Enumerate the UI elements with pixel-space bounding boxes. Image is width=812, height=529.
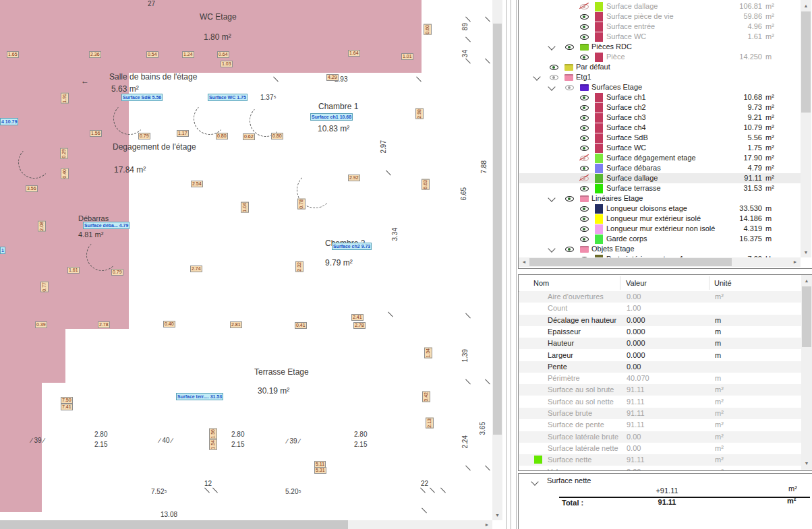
tree-row[interactable]: Surface dallage91.11m²	[519, 173, 801, 183]
column-divider[interactable]	[620, 276, 620, 290]
panel-splitter[interactable]	[516, 0, 517, 529]
property-value[interactable]: 0.00	[627, 443, 641, 454]
tree-row[interactable]: Longueur mur extérieur isolé14.186m	[519, 214, 801, 224]
scroll-down-icon[interactable]: ▼	[492, 510, 502, 520]
tree-row[interactable]: Surface ch110.68m²	[519, 92, 801, 102]
property-value[interactable]: 0.000	[627, 338, 645, 349]
visibility-eye-icon[interactable]	[580, 224, 589, 234]
scroll-right-icon[interactable]: ►	[482, 520, 492, 529]
property-value[interactable]: 91.11	[627, 419, 645, 431]
property-value[interactable]: 91.11	[627, 384, 645, 396]
tree-row[interactable]: Linéaires Etage	[519, 193, 801, 204]
tree-row[interactable]: Par défaut	[519, 62, 801, 72]
tree-row[interactable]: Surface WC1.75m²	[519, 143, 801, 153]
property-row[interactable]: Volume0.00m³	[519, 466, 801, 471]
property-row[interactable]: Surface de pente91.11m²	[519, 419, 801, 431]
visibility-eye-icon[interactable]	[580, 214, 589, 224]
property-row[interactable]: Epaisseur0.000m	[519, 326, 801, 338]
tree-row[interactable]: Surface dallage106.81m²	[519, 1, 801, 11]
tree-row[interactable]: Surfaces Etage	[519, 82, 801, 92]
scroll-down-icon[interactable]: ▼	[801, 459, 812, 468]
property-value[interactable]: 0.000	[627, 315, 645, 326]
property-row[interactable]: Surface brute91.11m²	[519, 408, 801, 419]
tree-row[interactable]: Objets Etage	[519, 244, 801, 254]
property-row[interactable]: Surface latérale brute0.00m²	[519, 431, 801, 443]
visibility-eye-icon[interactable]	[580, 12, 589, 22]
tree-row[interactable]: Surface débaras4.79m²	[519, 163, 801, 173]
visibility-eye-icon[interactable]	[580, 144, 589, 153]
tree-row[interactable]: Surface ch39.21m²	[519, 113, 801, 123]
visibility-eye-icon[interactable]	[580, 103, 589, 113]
property-row[interactable]: Pente0.00	[519, 361, 801, 373]
visibility-eye-icon[interactable]	[580, 164, 589, 173]
tree-vertical-scrollbar-thumb[interactable]	[801, 11, 811, 113]
visibility-eye-icon[interactable]	[580, 133, 589, 143]
visibility-eye-icon[interactable]	[565, 194, 575, 204]
visibility-eye-icon[interactable]	[580, 113, 589, 123]
visibility-eye-icon[interactable]	[580, 174, 589, 183]
tree-row[interactable]: Surface ch29.73m²	[519, 102, 801, 113]
tree-row[interactable]: Pièce14.250m	[519, 52, 801, 62]
chevron-down-icon[interactable]	[548, 194, 555, 201]
property-row[interactable]: Largeur0.000m	[519, 350, 801, 361]
chevron-down-icon[interactable]	[531, 478, 538, 485]
property-value[interactable]: 40.070	[627, 373, 649, 384]
scroll-left-icon[interactable]: ◄	[519, 257, 529, 267]
panel-splitter[interactable]	[511, 0, 511, 529]
column-divider[interactable]	[709, 276, 709, 290]
property-row[interactable]: Surface au sol nette91.11m²	[519, 396, 801, 408]
plan-horizontal-scrollbar-thumb[interactable]	[0, 520, 348, 529]
property-row[interactable]: Hauteur0.000m	[519, 338, 801, 349]
visibility-eye-icon[interactable]	[580, 184, 589, 193]
visibility-eye-icon[interactable]	[580, 93, 589, 102]
chevron-down-icon[interactable]	[548, 42, 555, 50]
tree-row[interactable]: Surface SdB5.56m²	[519, 133, 801, 143]
property-value[interactable]: 1.00	[627, 303, 641, 314]
property-row[interactable]: Décalage en hauteur0.000m	[519, 315, 801, 326]
visibility-eye-icon[interactable]	[550, 63, 559, 72]
property-row[interactable]: Périmètre40.070m	[519, 373, 801, 384]
property-row[interactable]: Aire d'ouvertures0.00m²	[519, 291, 801, 303]
property-value[interactable]: 0.000	[627, 326, 645, 338]
property-row[interactable]: Count1.00	[519, 303, 801, 314]
props-vertical-scrollbar-thumb[interactable]	[802, 286, 811, 347]
visibility-eye-icon[interactable]	[580, 32, 589, 42]
visibility-eye-icon[interactable]	[580, 123, 589, 133]
property-value[interactable]: 0.00	[627, 466, 641, 471]
property-value[interactable]: 0.00	[627, 361, 641, 373]
property-value[interactable]: 0.00	[627, 431, 641, 443]
scroll-up-icon[interactable]: ▲	[801, 1, 811, 10]
visibility-eye-icon[interactable]	[565, 42, 575, 52]
tree-row[interactable]: Surface ch410.79m²	[519, 123, 801, 133]
property-row[interactable]: Surface latérale nette0.00m²	[519, 443, 801, 454]
visibility-eye-icon[interactable]	[550, 73, 559, 82]
tree-row[interactable]: Longueur mur extérieur non isolé4.319m	[519, 224, 801, 234]
tree-row[interactable]: Surface entrée4.96m²	[519, 22, 801, 32]
tree-row[interactable]: Surface dégagement etage17.90m²	[519, 153, 801, 163]
panel-splitter[interactable]	[506, 0, 507, 529]
floor-plan-canvas[interactable]: 27WC Etage1.80 m²Salle de bains de l'éta…	[0, 0, 492, 529]
property-row[interactable]: Surface au sol brute91.11m²	[519, 384, 801, 396]
tree-row[interactable]: Surface terrasse31.53m²	[519, 183, 801, 193]
chevron-down-icon[interactable]	[533, 73, 540, 80]
tree-row[interactable]: Etg1	[519, 72, 801, 82]
scroll-up-icon[interactable]: ▲	[801, 276, 812, 285]
visibility-eye-icon[interactable]	[580, 235, 589, 244]
property-row[interactable]: Surface nette91.11m²	[519, 454, 801, 466]
scroll-down-icon[interactable]: ▼	[801, 248, 811, 257]
chevron-down-icon[interactable]	[548, 83, 555, 90]
tree-row[interactable]: Longueur cloisons etage33.530m	[519, 204, 801, 214]
visibility-eye-icon[interactable]	[580, 22, 589, 32]
chevron-down-icon[interactable]	[548, 245, 555, 252]
tree-row[interactable]: Pièces RDC	[519, 42, 801, 52]
visibility-eye-icon[interactable]	[580, 204, 589, 214]
visibility-eye-icon[interactable]	[580, 53, 589, 62]
tree-row[interactable]: Surface WC1.61m²	[519, 32, 801, 42]
plan-vertical-scrollbar-thumb[interactable]	[493, 24, 502, 435]
property-value[interactable]: 0.00	[627, 291, 641, 303]
property-value[interactable]: 91.11	[627, 454, 645, 466]
tree-horizontal-scrollbar-thumb[interactable]	[529, 258, 732, 266]
scroll-right-icon[interactable]: ►	[790, 257, 800, 267]
property-value[interactable]: 91.11	[627, 408, 645, 419]
tree-row[interactable]: Surface pièce de vie59.86m²	[519, 11, 801, 22]
